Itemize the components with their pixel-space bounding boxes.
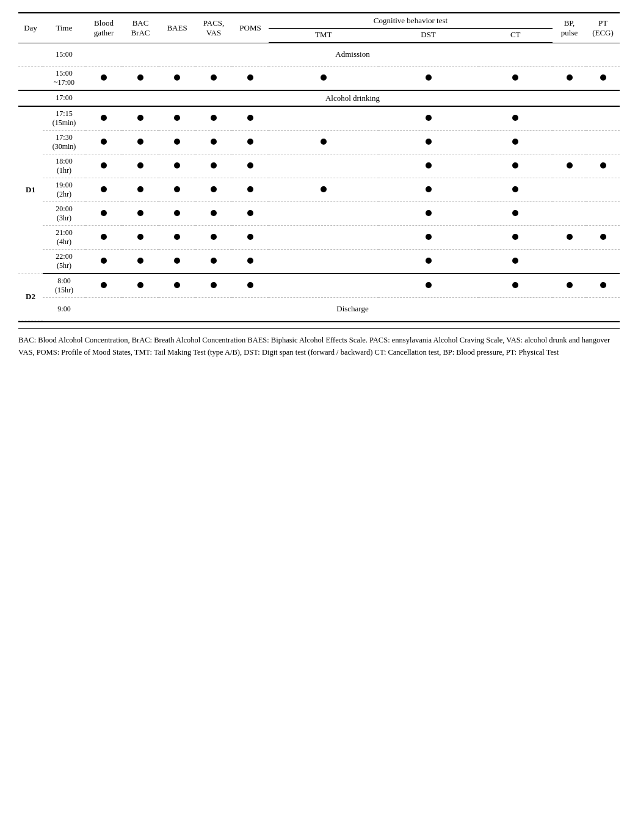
dot-indicator [512, 115, 518, 121]
table-row: D117:15 (15min) [18, 106, 620, 131]
dot-indicator [174, 186, 180, 192]
dot-cell [269, 201, 379, 225]
dot-indicator [137, 74, 143, 81]
dot-cell [479, 249, 553, 273]
dot-cell [379, 154, 479, 178]
table-row: 22:00 (5hr) [18, 249, 620, 273]
dst-header: DST [379, 29, 479, 43]
dot-indicator [247, 139, 253, 145]
table-row: 9:00Discharge [18, 297, 620, 320]
table-row: 17:00Alcohol drinking [18, 90, 620, 106]
dot-indicator [247, 186, 253, 192]
event-cell: Alcohol drinking [85, 90, 620, 106]
dot-indicator [137, 210, 143, 216]
dot-indicator [174, 162, 180, 168]
dot-indicator [101, 258, 107, 264]
dot-cell [269, 154, 379, 178]
table-row: 17:30 (30min) [18, 130, 620, 154]
dot-indicator [321, 139, 327, 145]
dot-cell [479, 106, 553, 131]
dot-indicator [101, 186, 107, 192]
dot-cell [379, 130, 479, 154]
dot-cell [122, 225, 159, 249]
dot-cell [269, 106, 379, 131]
dot-indicator [137, 258, 143, 264]
dot-cell [85, 154, 122, 178]
dot-cell [379, 273, 479, 298]
time-cell: 21:00 (4hr) [43, 225, 85, 249]
dot-indicator [600, 282, 606, 288]
dot-indicator [211, 139, 217, 145]
dot-cell [85, 178, 122, 201]
day-cell: D2 [18, 273, 43, 321]
dot-indicator [567, 234, 573, 240]
ct-header: CT [479, 29, 553, 43]
dot-cell [269, 66, 379, 90]
dot-cell [479, 201, 553, 225]
bac-brac-header: BACBrAC [122, 13, 159, 43]
dot-cell [195, 178, 232, 201]
dot-indicator [174, 258, 180, 264]
day-cell [18, 90, 43, 106]
dot-indicator [247, 162, 253, 168]
dot-cell [586, 106, 620, 131]
dot-cell [159, 130, 195, 154]
dot-cell [195, 273, 232, 298]
dot-cell [379, 106, 479, 131]
dot-indicator [137, 115, 143, 121]
dot-indicator [247, 74, 253, 81]
dot-cell [85, 66, 122, 90]
dot-indicator [567, 74, 573, 81]
dot-indicator [174, 282, 180, 288]
bp-pulse-header: BP,pulse [553, 13, 586, 43]
dot-cell [479, 130, 553, 154]
dot-cell [553, 225, 586, 249]
dot-indicator [174, 74, 180, 81]
dot-indicator [174, 234, 180, 240]
dot-indicator [426, 162, 432, 168]
dot-cell [553, 249, 586, 273]
dot-indicator [600, 74, 606, 81]
baes-header: BAES [159, 13, 195, 43]
dot-indicator [512, 282, 518, 288]
schedule-table: Day Time Bloodgather BACBrAC BAES PACS,V… [18, 13, 620, 321]
dot-cell [232, 273, 269, 298]
dot-indicator [137, 162, 143, 168]
day-cell: D1 [18, 106, 43, 273]
dot-indicator [512, 186, 518, 192]
dot-indicator [211, 74, 217, 81]
dot-indicator [512, 139, 518, 145]
dot-indicator [174, 115, 180, 121]
dot-cell [553, 106, 586, 131]
time-cell: 8:00 (15hr) [43, 273, 85, 298]
dot-cell [195, 201, 232, 225]
dot-indicator [567, 162, 573, 168]
dot-cell [159, 154, 195, 178]
dot-cell [379, 249, 479, 273]
dot-indicator [101, 234, 107, 240]
dot-cell [85, 225, 122, 249]
dot-cell [586, 249, 620, 273]
dot-indicator [101, 139, 107, 145]
dot-cell [195, 154, 232, 178]
dot-cell [85, 201, 122, 225]
dot-cell [479, 178, 553, 201]
dot-indicator [101, 210, 107, 216]
dot-indicator [321, 186, 327, 192]
dot-cell [122, 106, 159, 131]
time-cell: 15:00 ~17:00 [43, 66, 85, 90]
dot-indicator [247, 115, 253, 121]
tmt-header: TMT [269, 29, 379, 43]
dot-cell [232, 178, 269, 201]
dot-indicator [101, 162, 107, 168]
dot-cell [379, 225, 479, 249]
dot-indicator [174, 139, 180, 145]
dot-indicator [426, 74, 432, 81]
dot-indicator [512, 234, 518, 240]
poms-header: POMS [232, 13, 269, 43]
day-cell [18, 66, 43, 90]
dot-cell [159, 249, 195, 273]
dot-cell [232, 106, 269, 131]
dot-cell [232, 66, 269, 90]
dot-cell [122, 178, 159, 201]
